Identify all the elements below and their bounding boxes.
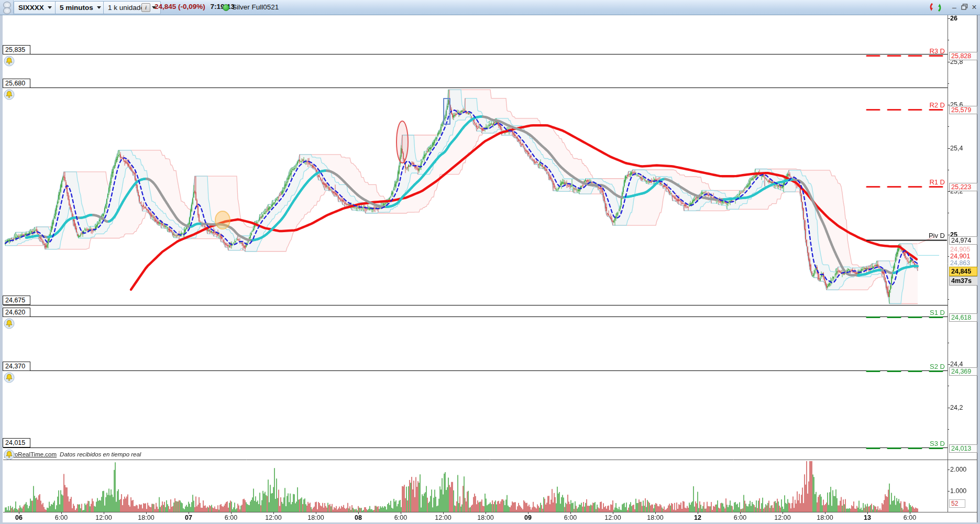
window-border-right <box>977 15 980 524</box>
price-axis-tick: 25,4 <box>950 145 963 152</box>
time-axis-label: 12:00 <box>774 514 790 521</box>
time-axis-label: 08 <box>355 514 362 521</box>
time-axis-label: 06 <box>15 514 23 521</box>
time-axis-label: 12:00 <box>95 514 112 521</box>
time-axis-label: 13 <box>864 514 871 521</box>
last-volume-tag: 52 <box>949 499 965 508</box>
minimize-button[interactable]: – <box>949 2 960 13</box>
feed-status-text: Datos recibidos en tiempo real <box>60 451 141 457</box>
instrument-label: SIXXXX <box>18 4 44 12</box>
timeframe-label: 5 minutos <box>60 4 93 12</box>
grip-dot-icon <box>3 7 11 14</box>
close-button[interactable]: × <box>969 2 979 13</box>
pivot-price-tag: 24,369 <box>949 367 977 376</box>
price-change: (-0,09%) <box>178 3 205 10</box>
time-axis-label: 18:00 <box>138 514 154 521</box>
chevron-down-icon <box>48 6 52 9</box>
volume-axis-tick: 2.000 <box>950 466 966 473</box>
window-border-left <box>0 15 3 524</box>
alert-bell-icon[interactable] <box>4 449 15 462</box>
units-selector[interactable]: 1 k unidades <box>103 1 161 14</box>
pivot-level-name: Piv D <box>866 232 945 239</box>
time-axis-label: 07 <box>185 514 192 521</box>
time-axis-label: 6:00 <box>55 514 68 521</box>
bar-countdown-tag: 4m37s <box>949 276 979 286</box>
chevron-down-icon <box>97 6 101 9</box>
time-axis-label: 6:00 <box>225 514 237 521</box>
copyright-note: ©ProRealTime.comDatos recibidos en tiemp… <box>4 451 141 457</box>
time-axis-label: 09 <box>524 514 532 521</box>
window-grip[interactable] <box>0 0 14 15</box>
pivot-level-name: R1 D <box>866 178 945 186</box>
info-icon[interactable]: i <box>141 3 150 12</box>
feed-status-icon <box>223 4 229 11</box>
time-axis-label: 6:00 <box>904 514 916 521</box>
price-alert-label[interactable]: 24,370 <box>3 362 30 371</box>
pivot-level-name: S3 D <box>866 440 945 447</box>
pivot-level-name: S2 D <box>866 363 945 370</box>
pivot-price-tag: 25,828 <box>949 52 977 60</box>
time-axis-label: 18:00 <box>647 514 663 521</box>
time-axis-label: 6:00 <box>564 514 577 521</box>
chart-toolbar: SIXXXX 5 minutos 1 k unidades i 24,845 (… <box>0 0 980 15</box>
pivot-price-tag: 25,579 <box>949 106 977 114</box>
pivot-price-tag: 24,013 <box>949 444 977 453</box>
pivot-price-tag: 24,618 <box>949 313 977 322</box>
trading-platform-window: SIXXXX 5 minutos 1 k unidades i 24,845 (… <box>0 0 980 524</box>
time-axis-label: 6:00 <box>394 514 407 521</box>
price-alert-label[interactable]: 24,015 <box>3 438 30 447</box>
pivot-price-tag: 24,974 <box>949 236 977 245</box>
time-axis-label: 18:00 <box>817 514 833 521</box>
ma-value-tag: 24,901 <box>950 253 976 259</box>
time-axis-label: 18:00 <box>307 514 324 521</box>
volume-axis-tick: 1.000 <box>950 487 966 495</box>
last-price: 24,845 <box>155 3 176 10</box>
instrument-selector[interactable]: SIXXXX <box>14 1 57 14</box>
price-chart-canvas[interactable] <box>0 0 980 524</box>
ma-value-tag: 24,905 <box>950 246 976 253</box>
refresh-icon[interactable] <box>929 2 942 15</box>
pivot-level-name: R2 D <box>866 101 945 109</box>
price-alert-label[interactable]: 25,835 <box>3 45 30 54</box>
price-axis-tick: 26 <box>950 15 957 22</box>
time-axis-label: 12:00 <box>265 514 281 521</box>
pivot-level-name: R3 D <box>866 47 945 55</box>
restore-button[interactable] <box>959 2 970 13</box>
alert-bell-icon[interactable] <box>4 372 15 385</box>
alert-bell-icon[interactable] <box>4 318 15 331</box>
time-axis-label: 12:00 <box>604 514 621 521</box>
instrument-status: Silver Full0521 <box>232 3 279 11</box>
alert-bell-icon[interactable] <box>4 89 15 102</box>
pivot-price-tag: 25,223 <box>949 183 977 191</box>
pivot-level-name: S1 D <box>866 309 945 316</box>
time-axis-label: 12:00 <box>435 514 451 521</box>
ma-value-tag: 24,863 <box>950 260 976 266</box>
time-axis-label: 6:00 <box>734 514 746 521</box>
price-alert-label[interactable]: 25,680 <box>3 79 30 88</box>
current-price-tag: 24,845 <box>949 267 977 276</box>
time-axis-label: 12 <box>694 514 701 521</box>
time-axis-label: 18:00 <box>477 514 493 521</box>
price-axis-tick: 24,2 <box>950 404 963 411</box>
timeframe-selector[interactable]: 5 minutos <box>55 1 106 14</box>
alert-bell-icon[interactable] <box>4 56 15 69</box>
price-alert-label[interactable]: 24,620 <box>3 308 30 317</box>
price-alert-label[interactable]: 24,675 <box>3 296 30 305</box>
